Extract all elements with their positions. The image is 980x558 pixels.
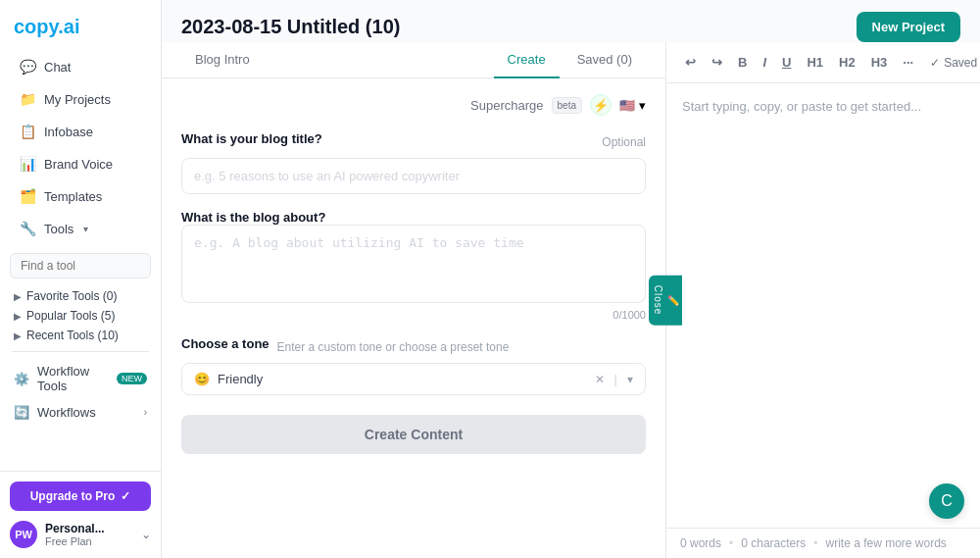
blog-title-field: What is your blog title? Optional: [181, 131, 646, 194]
underline-button[interactable]: U: [777, 52, 796, 73]
workflows-section[interactable]: 🔄 Workflows ›: [0, 399, 161, 426]
saved-tab[interactable]: Saved (0): [564, 42, 646, 78]
footer-dot-1: •: [729, 536, 733, 550]
recent-tools-label: Recent Tools (10): [26, 329, 119, 342]
tone-chevron-icon[interactable]: ▾: [627, 373, 633, 386]
user-chevron-icon: ⌄: [141, 528, 151, 541]
tone-selector[interactable]: 😊 Friendly ✕ | ▾: [181, 363, 646, 395]
sidebar-nav: 💬 Chat 📁 My Projects 📋 Infobase 📊 Brand …: [0, 50, 161, 471]
output-panel: ✏️ Close ↩ ↪ B I U H1 H2 H3 ··· ✓ Saved: [666, 42, 980, 558]
more-options-button[interactable]: ···: [898, 52, 918, 73]
h3-button[interactable]: H3: [866, 52, 893, 73]
sidebar-item-infobase[interactable]: 📋 Infobase: [6, 116, 155, 147]
main-area: 2023-08-15 Untitled (10) New Project Blo…: [162, 0, 980, 558]
brand-voice-icon: 📊: [20, 156, 36, 172]
logo: copy.ai: [0, 0, 161, 50]
project-title: 2023-08-15 Untitled (10): [181, 16, 400, 38]
sidebar-item-chat[interactable]: 💬 Chat: [6, 51, 155, 82]
favorite-tools-arrow: ▶: [14, 291, 22, 302]
saved-check-icon: ✓: [930, 56, 940, 70]
h1-button[interactable]: H1: [802, 52, 828, 73]
workflows-label: Workflows: [37, 405, 96, 420]
sidebar-item-chat-label: Chat: [44, 60, 71, 75]
blog-about-label: What is the blog about?: [181, 210, 325, 225]
main-header: 2023-08-15 Untitled (10) New Project: [162, 0, 980, 42]
templates-icon: 🗂️: [20, 188, 36, 204]
tone-value: Friendly: [218, 372, 587, 386]
workflow-tools-badge: NEW: [117, 373, 147, 384]
popular-tools-label: Popular Tools (5): [26, 309, 116, 323]
blog-title-label: What is your blog title?: [181, 131, 322, 146]
workflows-icon: 🔄: [14, 405, 29, 420]
create-tab[interactable]: Create: [494, 42, 560, 78]
saved-label-text: Saved: [944, 56, 977, 70]
workflow-tools-section[interactable]: ⚙️ Workflow Tools NEW: [0, 358, 161, 399]
supercharge-badge: beta: [552, 97, 582, 114]
optional-label: Optional: [602, 135, 646, 149]
supercharge-button[interactable]: ⚡: [590, 94, 612, 116]
projects-icon: 📁: [20, 91, 36, 107]
upgrade-button[interactable]: Upgrade to Pro ✓: [10, 482, 151, 511]
tone-field: Choose a tone Enter a custom tone or cho…: [181, 336, 646, 395]
popular-tools-arrow: ▶: [14, 311, 22, 322]
tone-clear-icon[interactable]: ✕: [595, 373, 605, 386]
supercharge-row: Supercharge beta ⚡ 🇺🇸 ▾: [181, 94, 646, 116]
word-count: 0 words: [680, 536, 721, 550]
editor-panel: Blog Intro Create Saved (0) Supercharge …: [162, 42, 666, 558]
tabs-bar: Blog Intro Create Saved (0): [162, 42, 665, 78]
favorite-tools-group[interactable]: ▶ Favorite Tools (0): [0, 286, 161, 306]
output-body[interactable]: Start typing, copy, or paste to get star…: [666, 83, 980, 528]
upgrade-label: Upgrade to Pro: [30, 489, 116, 503]
output-toolbar: ↩ ↪ B I U H1 H2 H3 ··· ✓ Saved: [666, 42, 980, 83]
sidebar-item-projects-label: My Projects: [44, 92, 111, 107]
sidebar-item-my-projects[interactable]: 📁 My Projects: [6, 83, 155, 115]
sidebar-item-tools-label: Tools: [44, 222, 74, 236]
user-info: Personal... Free Plan: [45, 522, 133, 547]
redo-button[interactable]: ↪: [707, 52, 727, 73]
char-count-footer: 0 characters: [741, 536, 806, 550]
new-project-button[interactable]: New Project: [857, 12, 960, 42]
tone-separator: |: [614, 372, 617, 386]
avatar: PW: [10, 521, 37, 548]
fab-button[interactable]: C: [929, 483, 964, 519]
workflow-tools-label: Workflow Tools: [37, 364, 105, 393]
popular-tools-group[interactable]: ▶ Popular Tools (5): [0, 306, 161, 326]
user-plan: Free Plan: [45, 535, 133, 547]
fab-label: C: [941, 492, 953, 510]
sidebar-item-brand-voice-label: Brand Voice: [44, 157, 113, 172]
tone-hint: Enter a custom tone or choose a preset t…: [277, 340, 510, 354]
pencil-icon: ✏️: [667, 293, 678, 306]
undo-button[interactable]: ↩: [680, 52, 701, 73]
upgrade-check-icon: ✓: [121, 489, 130, 503]
blog-intro-tab[interactable]: Blog Intro: [181, 42, 264, 78]
h2-button[interactable]: H2: [834, 52, 860, 73]
footer-dot-2: •: [813, 536, 817, 550]
char-count: 0/1000: [181, 309, 646, 321]
find-tool-input[interactable]: [10, 253, 151, 279]
output-placeholder: Start typing, copy, or paste to get star…: [682, 99, 921, 114]
italic-button[interactable]: I: [758, 52, 771, 73]
footer-hint: write a few more words: [825, 536, 946, 550]
logo-text: copy.ai: [14, 16, 79, 37]
create-content-button[interactable]: Create Content: [181, 415, 646, 454]
blog-title-input[interactable]: [181, 158, 646, 194]
blog-about-textarea[interactable]: [181, 225, 646, 303]
sidebar-bottom: Upgrade to Pro ✓ PW Personal... Free Pla…: [0, 471, 161, 558]
sidebar-item-templates[interactable]: 🗂️ Templates: [6, 180, 155, 212]
user-row[interactable]: PW Personal... Free Plan ⌄: [10, 521, 151, 548]
infobase-icon: 📋: [20, 124, 36, 139]
recent-tools-group[interactable]: ▶ Recent Tools (10): [0, 326, 161, 345]
sidebar-item-brand-voice[interactable]: 📊 Brand Voice: [6, 148, 155, 179]
tone-label: Choose a tone: [181, 336, 270, 351]
content-area: Blog Intro Create Saved (0) Supercharge …: [162, 42, 980, 558]
sidebar-divider: [12, 351, 149, 352]
close-tab-label: Close: [653, 285, 663, 316]
blog-about-field: What is the blog about? 0/1000: [181, 210, 646, 321]
sidebar-item-tools[interactable]: 🔧 Tools ▾: [6, 213, 155, 244]
bold-button[interactable]: B: [733, 52, 752, 73]
sidebar: copy.ai 💬 Chat 📁 My Projects 📋 Infobase …: [0, 0, 162, 558]
close-tab[interactable]: ✏️ Close: [649, 276, 682, 326]
language-selector[interactable]: 🇺🇸 ▾: [619, 98, 646, 113]
sidebar-item-infobase-label: Infobase: [44, 125, 93, 139]
supercharge-label: Supercharge: [470, 98, 543, 113]
